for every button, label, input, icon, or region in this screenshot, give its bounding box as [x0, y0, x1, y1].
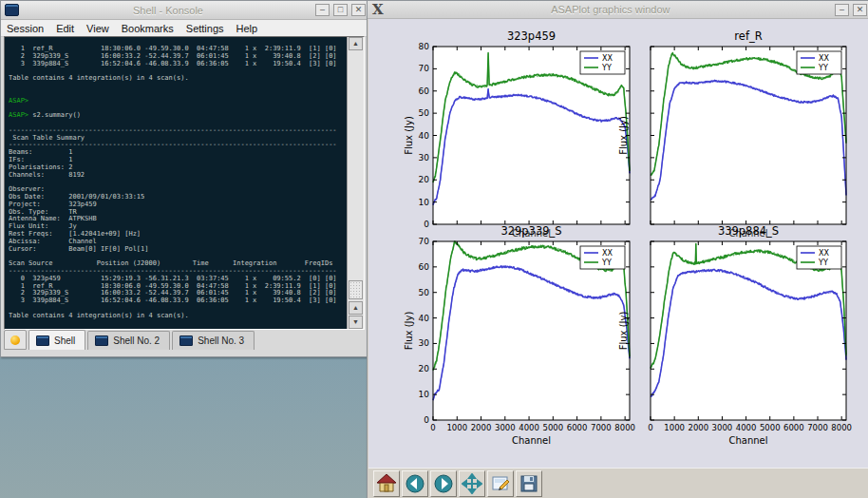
terminal-line: Channels: 8192 [9, 172, 347, 180]
svg-text:20: 20 [419, 364, 430, 374]
svg-text:2000: 2000 [471, 423, 492, 432]
tab-shell-no-3[interactable]: Shell No. 3 [172, 331, 255, 350]
svg-text:0: 0 [430, 423, 435, 432]
terminal-scrollbar[interactable]: ▲ ▲ ▼ [347, 37, 364, 329]
x11-logo-icon: X [372, 2, 384, 17]
svg-text:80: 80 [419, 42, 430, 51]
konsole-tabbar: ShellShell No. 2Shell No. 3 [1, 331, 368, 350]
svg-text:2000: 2000 [688, 423, 708, 432]
x-axis-label: Channel [728, 435, 767, 446]
asaplot-window: X ASAPlot graphics window – ✕ ChannelCha… [367, 0, 868, 498]
scrollbar-thumb[interactable] [349, 280, 363, 299]
svg-text:30: 30 [419, 338, 430, 348]
plot-title: 323p459 [507, 29, 556, 43]
subplot-339p884_S: 339p884_S0100020003000400050006000700080… [618, 224, 852, 446]
menu-item-session[interactable]: Session [7, 23, 44, 34]
legend-label: YY [601, 259, 612, 267]
svg-text:6000: 6000 [783, 423, 804, 432]
figure-canvas[interactable]: ChannelChannel323p45901020304050607080Fl… [368, 19, 868, 468]
svg-text:10: 10 [419, 390, 430, 399]
svg-text:1000: 1000 [446, 423, 467, 432]
terminal-line [9, 319, 347, 322]
terminal-line [9, 179, 347, 186]
terminal-tab-icon [36, 335, 49, 346]
tab-label: Shell No. 3 [198, 335, 244, 346]
svg-text:5000: 5000 [760, 423, 781, 432]
plot-title: 339p884_S [718, 224, 779, 238]
home-button[interactable] [373, 470, 400, 497]
subplots-button[interactable] [487, 470, 514, 497]
forward-icon [433, 473, 454, 494]
x-axis-label: Channel [512, 435, 551, 446]
svg-text:50: 50 [419, 108, 430, 118]
svg-text:50: 50 [419, 288, 430, 297]
asap-prompt: ASAP> [9, 97, 28, 105]
scroll-up2-icon[interactable]: ▲ [349, 301, 363, 315]
new-session-button[interactable] [4, 330, 27, 350]
svg-text:70: 70 [419, 237, 430, 246]
terminal-viewport[interactable]: 1 ref_R 18:30:06.0 -49.59.30.0 04:47:58 … [4, 36, 365, 330]
legend-label: XX [819, 54, 829, 63]
tab-label: Shell No. 2 [113, 335, 160, 346]
forward-button[interactable] [430, 470, 457, 497]
tab-shell[interactable]: Shell [28, 330, 85, 350]
terminal-line: 3 339p884_S 16:52:04.6 -46.08.33.9 06:36… [9, 61, 347, 68]
y-axis-label: Flux (Jy) [404, 312, 414, 351]
svg-text:1000: 1000 [664, 423, 685, 432]
back-button[interactable] [402, 470, 428, 497]
tab-shell-no-2[interactable]: Shell No. 2 [87, 331, 170, 350]
scroll-up-icon[interactable]: ▲ [349, 37, 363, 50]
plot-title: ref_R [734, 29, 762, 43]
new-session-icon [10, 335, 20, 345]
pan-icon [462, 473, 482, 494]
menu-item-bookmarks[interactable]: Bookmarks [122, 23, 174, 34]
svg-text:3000: 3000 [712, 423, 733, 432]
svg-text:0: 0 [648, 423, 652, 432]
pan-button[interactable] [459, 470, 485, 497]
menu-item-settings[interactable]: Settings [186, 23, 224, 34]
home-icon [376, 473, 397, 494]
scroll-down-icon[interactable]: ▼ [349, 316, 363, 329]
svg-text:30: 30 [419, 153, 430, 163]
y-axis-label: Flux (Jy) [404, 116, 414, 155]
svg-text:70: 70 [419, 64, 430, 73]
svg-text:4000: 4000 [519, 423, 539, 432]
desktop: { "konsole": { "title": "Shell - Konsole… [0, 0, 868, 498]
save-button[interactable] [516, 470, 542, 497]
terminal-line: ASAP> s2.summary() [9, 112, 347, 120]
konsole-titlebar[interactable]: Shell - Konsole – □ ✕ [1, 1, 368, 20]
svg-text:60: 60 [419, 262, 430, 272]
terminal-line [9, 90, 347, 98]
subplots-icon [490, 473, 511, 494]
subplot-ref_R: ref_RFlux (Jy)XXYY [618, 29, 846, 224]
subplot-329p339_S: 329p339_S0100020003000400050006000700080… [404, 224, 635, 446]
plot-close-button[interactable]: ✕ [853, 4, 867, 16]
legend-label: XX [602, 54, 613, 63]
svg-text:6000: 6000 [567, 423, 588, 432]
terminal-tab-icon [95, 335, 108, 346]
konsole-menubar: SessionEditViewBookmarksSettingsHelp [1, 20, 368, 37]
konsole-window: Shell - Konsole – □ ✕ SessionEditViewBoo… [0, 0, 368, 357]
svg-text:5000: 5000 [543, 423, 564, 432]
asaplot-titlebar[interactable]: X ASAPlot graphics window – ✕ [368, 1, 868, 19]
subplot-323p459: 323p45901020304050607080Flux (Jy)XXYY [404, 29, 630, 229]
menu-item-view[interactable]: View [86, 23, 109, 34]
asap-prompt: ASAP> [9, 111, 28, 119]
maximize-button[interactable]: □ [333, 4, 348, 16]
svg-text:7000: 7000 [807, 423, 828, 432]
close-button[interactable]: ✕ [351, 4, 366, 16]
svg-text:0: 0 [424, 415, 429, 425]
plot-minimize-button[interactable]: – [835, 4, 849, 16]
y-axis-label: Flux (Jy) [618, 312, 629, 351]
svg-text:0: 0 [424, 220, 429, 229]
legend-label: XX [602, 249, 613, 258]
plot-title: 329p339_S [500, 224, 561, 238]
konsole-app-icon [5, 4, 19, 16]
menu-item-edit[interactable]: Edit [56, 23, 74, 34]
legend-label: YY [818, 64, 828, 72]
svg-text:40: 40 [419, 314, 430, 323]
svg-text:60: 60 [419, 86, 430, 96]
minimize-button[interactable]: – [315, 4, 330, 16]
menu-item-help[interactable]: Help [236, 23, 258, 34]
terminal-text[interactable]: 1 ref_R 18:30:06.0 -49.59.30.0 04:47:58 … [9, 46, 347, 322]
